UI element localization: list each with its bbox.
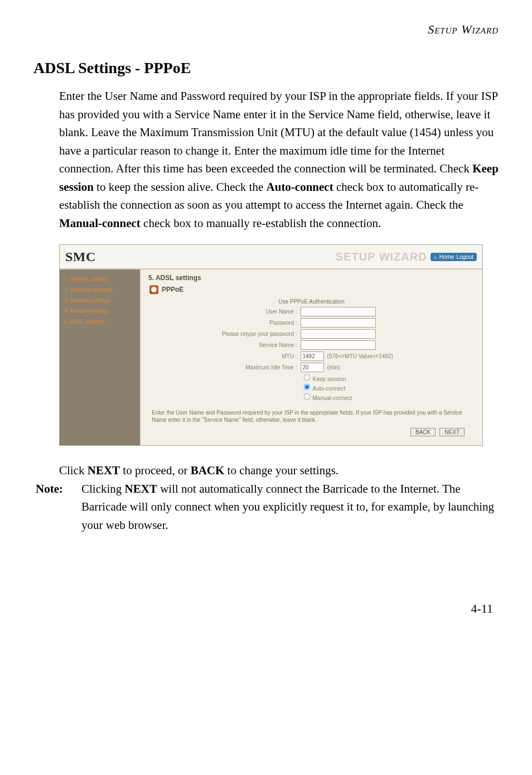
note-block: Note: Clicking NEXT will not automatical… xyxy=(36,480,499,535)
mtu-hint: (576<=MTU Value<=1492) xyxy=(327,353,393,359)
pppoe-subtitle: PPPoE xyxy=(149,285,475,294)
sidebar-item-1[interactable]: 1. Getting started xyxy=(64,274,136,285)
sidebar-item-4[interactable]: 4. Modem settings xyxy=(64,306,136,316)
radio-manual-label: Manual-connect xyxy=(313,395,352,401)
home-chip[interactable]: ⌂ Home Logout xyxy=(431,253,477,261)
sidebar-item-2[interactable]: 2. Wireless settings xyxy=(64,285,136,295)
radio-keep[interactable]: Keep session xyxy=(303,374,432,383)
wizard-buttons: BACK NEXT xyxy=(148,428,475,436)
smc-logo: SMC xyxy=(65,249,96,264)
wizard-main: 5. ADSL settings PPPoE Use PPPoE Authent… xyxy=(141,269,482,445)
page-number: 4-11 xyxy=(33,601,499,616)
label-retype: Please retype your password : xyxy=(192,331,301,337)
wizard-title-text: SETUP WIZARD xyxy=(336,251,427,263)
screenshot-topbar: SMC SETUP WIZARD ⌂ Home Logout xyxy=(60,245,482,269)
radio-keep-input[interactable] xyxy=(303,374,310,381)
form-header: Use PPPoE Authentication xyxy=(192,299,432,305)
label-pass: Password : xyxy=(192,320,301,326)
home-label: Home xyxy=(439,254,454,260)
sidebar-item-5[interactable]: 5. ADSL settings xyxy=(64,316,136,327)
pppoe-label: PPPoE xyxy=(162,286,183,293)
radio-auto-input[interactable] xyxy=(303,384,310,391)
pppoe-form: Use PPPoE Authentication User Name : Pas… xyxy=(192,299,432,402)
home-icon: ⌂ xyxy=(434,254,437,260)
radio-auto-label: Auto-connect xyxy=(313,386,346,392)
row-idle: Maximum Idle Time : (min) xyxy=(192,363,432,372)
main-paragraph: Enter the User Name and Password require… xyxy=(59,87,499,232)
row-mtu: MTU : (576<=MTU Value<=1492) xyxy=(192,352,432,361)
note-label: Note: xyxy=(36,480,74,535)
radio-manual-input[interactable] xyxy=(303,393,310,400)
router-screenshot: SMC SETUP WIZARD ⌂ Home Logout 1. Gettin… xyxy=(59,244,483,446)
mtu-input[interactable] xyxy=(301,352,324,361)
note-body: Clicking NEXT will not automatically con… xyxy=(81,480,499,535)
radio-auto[interactable]: Auto-connect xyxy=(303,383,432,393)
radio-keep-label: Keep session xyxy=(313,376,346,382)
label-service: Service Name : xyxy=(192,342,301,348)
pppoe-icon xyxy=(149,285,158,294)
label-mtu: MTU : xyxy=(192,353,301,359)
form-instruction: Enter the User Name and Password require… xyxy=(152,409,471,423)
sidebar-item-3[interactable]: 3. Internet settings xyxy=(64,295,136,306)
idle-input[interactable] xyxy=(301,363,324,372)
user-input[interactable] xyxy=(301,307,376,316)
page-header-right: Setup Wizard xyxy=(33,22,499,37)
wizard-sidebar: 1. Getting started 2. Wireless settings … xyxy=(60,269,141,445)
post-line: Click NEXT to proceed, or BACK to change… xyxy=(59,461,499,480)
service-name-input[interactable] xyxy=(301,340,376,350)
label-user: User Name : xyxy=(192,309,301,315)
idle-hint: (min) xyxy=(327,364,340,370)
row-user: User Name : xyxy=(192,307,432,316)
wizard-title-area: SETUP WIZARD ⌂ Home Logout xyxy=(336,251,477,263)
logout-label: Logout xyxy=(456,254,473,260)
password-input[interactable] xyxy=(301,318,376,328)
label-idle: Maximum Idle Time : xyxy=(192,364,301,370)
row-retype: Please retype your password : xyxy=(192,329,432,339)
row-pass: Password : xyxy=(192,318,432,328)
row-service: Service Name : xyxy=(192,340,432,350)
radio-manual[interactable]: Manual-connect xyxy=(303,393,432,402)
step-title: 5. ADSL settings xyxy=(148,274,475,282)
retype-password-input[interactable] xyxy=(301,329,376,339)
next-button[interactable]: NEXT xyxy=(439,428,465,436)
section-title: ADSL Settings - PPPoE xyxy=(33,59,499,77)
screenshot-body: 1. Getting started 2. Wireless settings … xyxy=(60,269,482,445)
connect-mode-radios: Keep session Auto-connect Manual-connect xyxy=(303,374,432,402)
back-button[interactable]: BACK xyxy=(410,428,436,436)
